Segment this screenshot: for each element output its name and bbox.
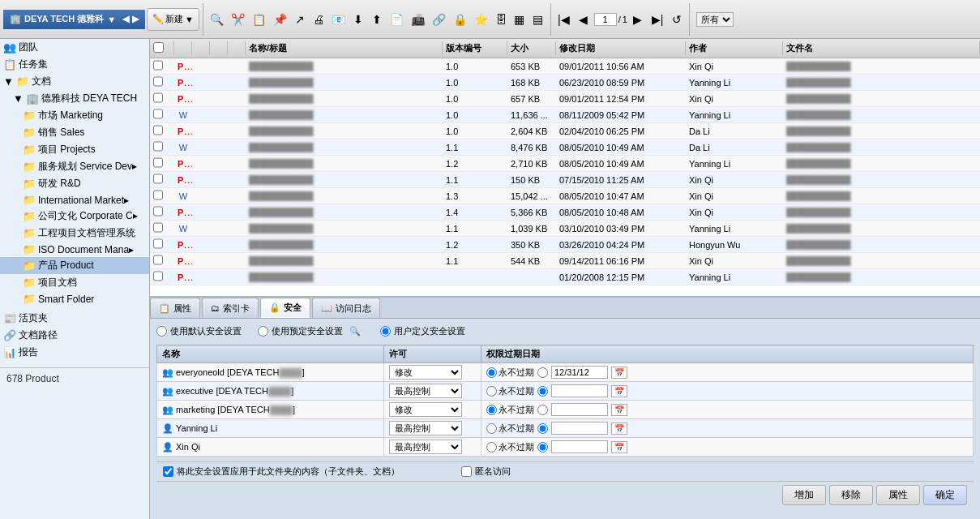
perm-select-2[interactable]: 修改最高控制只读 [389, 402, 462, 417]
row-title[interactable]: ████████████ [246, 158, 443, 169]
star-button[interactable]: ⭐ [471, 10, 491, 29]
sidebar-item-team[interactable]: 👥 团队 [0, 39, 149, 56]
predefined-search-button[interactable]: 🔍 [346, 324, 364, 338]
row-filename[interactable]: ████████████ [783, 174, 980, 185]
row-filename[interactable]: ████████████ [783, 61, 980, 71]
table-row[interactable]: PDF ████████████ 1.0 168 KB 06/23/2010 0… [150, 75, 980, 91]
row-checkbox[interactable] [150, 238, 174, 251]
row-filename[interactable]: ████████████ [783, 239, 980, 250]
radio-default[interactable]: 使用默认安全设置 [156, 325, 242, 337]
never-expire-option-1[interactable]: 永不过期 [486, 385, 534, 397]
date-expire-option-0[interactable] [537, 367, 548, 378]
logo-nav-prev[interactable]: ◀ [122, 14, 129, 24]
sidebar-item-intl[interactable]: 📁 International Market▸ [0, 192, 149, 208]
apply-checkbox-label[interactable]: 将此安全设置应用于此文件夹的内容（子文件夹、文档） [163, 465, 400, 478]
date-expire-option-3[interactable] [537, 423, 548, 434]
never-expire-option-3[interactable]: 永不过期 [486, 422, 534, 435]
tab-index[interactable]: 🗂 索引卡 [202, 298, 259, 318]
perm-select-4[interactable]: 修改最高控制只读 [389, 440, 462, 454]
logo-nav-next[interactable]: ▶ [132, 14, 139, 24]
link-button[interactable]: 🔗 [429, 10, 449, 29]
page-input[interactable]: 1 [594, 13, 617, 26]
row-filename[interactable]: ████████████ [783, 191, 980, 201]
cut-button[interactable]: ✂️ [228, 10, 248, 29]
row-title[interactable]: ████████████ [246, 174, 443, 185]
row-checkbox[interactable] [150, 173, 174, 187]
print-button[interactable]: 🖨 [310, 10, 327, 29]
lock-button[interactable]: 🔒 [450, 10, 470, 29]
perm-permission-cell-0[interactable]: 修改最高控制只读 [384, 363, 481, 382]
tab-security[interactable]: 🔒 安全 [260, 298, 310, 318]
last-page-button[interactable]: ▶| [648, 10, 667, 29]
row-checkbox[interactable] [150, 221, 174, 235]
never-expire-option-2[interactable]: 永不过期 [486, 404, 534, 416]
perm-permission-cell-3[interactable]: 修改最高控制只读 [384, 419, 481, 438]
row-title[interactable]: ████████████ [246, 207, 443, 217]
sidebar-item-iso[interactable]: 📁 ISO Document Mana▸ [0, 242, 149, 257]
copy-button[interactable]: 📋 [249, 10, 269, 29]
perm-row[interactable]: 👥executive [DEYA TECH████] 修改最高控制只读 永不过期… [157, 382, 974, 401]
row-filename[interactable]: ████████████ [783, 207, 980, 217]
add-button[interactable]: 增加 [782, 485, 826, 505]
table-row[interactable]: PDF ████████████ 1.2 2,710 KB 08/05/2010… [150, 156, 980, 172]
never-expire-radio-3[interactable] [486, 423, 497, 434]
calendar-button-3[interactable]: 📅 [611, 422, 627, 435]
perm-permission-cell-2[interactable]: 修改最高控制只读 [384, 401, 481, 419]
table-row[interactable]: W ████████████ 1.3 15,042 ... 08/05/2010… [150, 188, 980, 204]
anon-checkbox[interactable] [461, 466, 472, 477]
perm-row[interactable]: 👤Yanning Li 修改最高控制只读 永不过期 📅 [157, 419, 974, 438]
radio-custom[interactable]: 用户定义安全设置 [380, 325, 465, 337]
next-page-button[interactable]: ▶ [629, 10, 647, 29]
row-checkbox[interactable] [150, 140, 174, 154]
table-row[interactable]: PDF ████████████ 1.0 653 KB 09/01/2011 1… [150, 58, 980, 75]
row-checkbox[interactable] [150, 270, 174, 284]
view-select[interactable]: 所有 [696, 12, 734, 27]
sidebar-item-sales[interactable]: 📁 销售 Sales [0, 124, 149, 141]
new-button[interactable]: ✏️ 新建 ▼ [147, 8, 199, 31]
sidebar-item-projectdocs[interactable]: 📁 项目文档 [0, 274, 149, 291]
row-title[interactable]: ████████████ [246, 109, 443, 120]
arrow-button[interactable]: ↗ [291, 10, 309, 29]
col-author[interactable]: 作者 [686, 41, 783, 55]
expire-date-input-1[interactable] [551, 384, 608, 397]
sidebar-item-culture[interactable]: 📁 公司文化 Corporate C▸ [0, 208, 149, 225]
never-expire-option-4[interactable]: 永不过期 [486, 441, 534, 453]
date-expire-radio-1[interactable] [537, 386, 548, 397]
scan-button[interactable]: 📄 [387, 10, 407, 29]
sidebar-item-path[interactable]: 🔗 文档路径 [0, 327, 149, 344]
table-row[interactable]: PDF ████████████ 1.0 2,604 KB 02/04/2010… [150, 123, 980, 139]
row-checkbox[interactable] [150, 189, 174, 203]
calendar-button-1[interactable]: 📅 [611, 385, 627, 397]
table-row[interactable]: PDF ████████████ 1.1 150 KB 07/15/2010 1… [150, 172, 980, 188]
row-title[interactable]: ████████████ [246, 255, 443, 266]
apply-checkbox[interactable] [163, 466, 173, 477]
row-checkbox[interactable] [150, 108, 174, 122]
expire-date-input-2[interactable] [551, 403, 608, 416]
radio-custom-input[interactable] [380, 326, 391, 337]
date-expire-option-2[interactable] [537, 405, 548, 415]
sidebar-item-service[interactable]: 📁 服务规划 Service Dev▸ [0, 158, 149, 175]
table-row[interactable]: PDF ████████████ 1.0 657 KB 09/01/2011 1… [150, 91, 980, 107]
upload-button[interactable]: ⬆ [368, 10, 386, 29]
perm-select-3[interactable]: 修改最高控制只读 [389, 421, 462, 435]
col-size[interactable]: 大小 [507, 41, 556, 55]
row-title[interactable]: ████████████ [246, 239, 443, 250]
table-row[interactable]: PDF ████████████ 01/20/2008 12:15 PM Yan… [150, 269, 980, 285]
prev-page-button[interactable]: ◀ [575, 10, 593, 29]
row-filename[interactable]: ████████████ [783, 272, 980, 282]
sidebar-item-tasks[interactable]: 📋 任务集 [0, 56, 149, 73]
table-row[interactable]: W ████████████ 1.1 1,039 KB 03/10/2010 0… [150, 221, 980, 237]
sidebar-item-docs[interactable]: ▼ 📁 文档 [0, 73, 149, 90]
perm-row[interactable]: 👤Xin Qi 修改最高控制只读 永不过期 📅 [157, 438, 974, 457]
sidebar-item-reports[interactable]: 📊 报告 [0, 344, 149, 361]
never-expire-radio-0[interactable] [486, 367, 497, 378]
radio-predefined-input[interactable] [258, 326, 268, 337]
logo-dropdown-arrow[interactable]: ▼ [107, 15, 116, 24]
row-filename[interactable]: ████████████ [783, 158, 980, 169]
sidebar-item-engineering[interactable]: 📁 工程项目文档管理系统 [0, 225, 149, 242]
row-checkbox[interactable] [150, 205, 174, 219]
date-expire-radio-3[interactable] [537, 423, 548, 434]
table-row[interactable]: W ████████████ 1.0 11,636 ... 08/11/2009… [150, 107, 980, 123]
remove-button[interactable]: 移除 [829, 485, 873, 505]
col-version[interactable]: 版本编号 [443, 41, 507, 55]
